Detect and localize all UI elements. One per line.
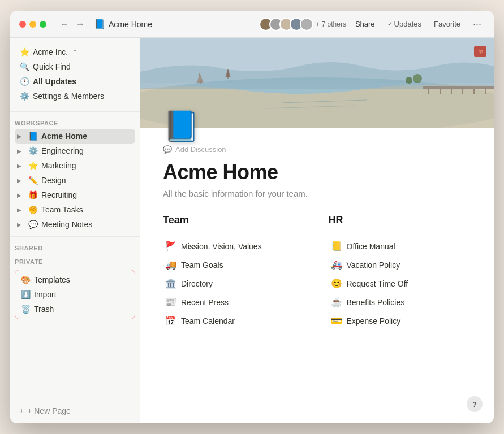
list-item-vacation-policy[interactable]: 🚑 Vacation Policy <box>329 255 472 274</box>
chevron-right-icon: ▶ <box>17 133 25 140</box>
sidebar-item-team-tasks[interactable]: ▶ ✊ Team Tasks <box>15 202 135 217</box>
truck-icon: 🚚 <box>165 259 176 270</box>
hr-section-title: HR <box>329 214 472 231</box>
recent-press-label: Recent Press <box>181 298 229 307</box>
sidebar-item-acme-home[interactable]: ▶ 📘 Acme Home <box>15 129 135 144</box>
sections-grid: Team 🚩 Mission, Vision, Values 🚚 Team Go… <box>163 214 471 330</box>
fist-icon: ✊ <box>28 205 38 214</box>
chevron-right-icon-6: ▶ <box>17 207 25 213</box>
flag-icon: 🚩 <box>165 241 176 251</box>
list-item-recent-press[interactable]: 📰 Recent Press <box>163 293 306 311</box>
marketing-label: Marketing <box>41 161 76 170</box>
sidebar-item-quick-find[interactable]: 🔍 Quick Find <box>15 59 135 74</box>
list-item-office-manual[interactable]: 📒 Office Manual <box>329 237 472 255</box>
forward-button[interactable]: → <box>74 18 87 31</box>
sidebar-item-acme-inc[interactable]: ⭐ Acme Inc. ⌃ <box>15 45 135 59</box>
sidebar-item-templates[interactable]: 🎨 Templates <box>18 272 132 287</box>
traffic-lights <box>19 21 46 28</box>
sidebar-item-all-updates[interactable]: 🕐 All Updates <box>15 74 135 89</box>
expense-policy-label: Expense Policy <box>347 316 401 326</box>
ledger-icon: 📒 <box>331 241 342 251</box>
favorite-button[interactable]: Favorite <box>430 18 464 31</box>
page-icon: 📘 <box>94 19 105 29</box>
team-calendar-label: Team Calendar <box>181 316 235 326</box>
design-label: Design <box>41 176 66 185</box>
chat-icon: 💬 <box>28 220 38 229</box>
collaborator-avatars: + 7 others <box>259 18 346 31</box>
hr-section: HR 📒 Office Manual 🚑 Vacation Policy <box>329 214 472 330</box>
card-icon: 💳 <box>331 315 342 326</box>
list-item-directory[interactable]: 🏛️ Directory <box>163 274 306 293</box>
sidebar-bottom: + + New Page <box>10 398 140 423</box>
chevron-right-icon-2: ▶ <box>17 148 25 154</box>
office-manual-label: Office Manual <box>347 242 395 251</box>
help-button[interactable]: ? <box>467 396 483 412</box>
sidebar-item-meeting-notes[interactable]: ▶ 💬 Meeting Notes <box>15 217 135 232</box>
gear-icon: ⚙️ <box>28 146 38 155</box>
building-icon: 🏛️ <box>165 278 176 289</box>
updates-button[interactable]: ✓ Updates <box>384 18 425 31</box>
list-item-team-goals[interactable]: 🚚 Team Goals <box>163 255 306 274</box>
vacation-policy-label: Vacation Policy <box>347 261 400 270</box>
book-icon: 📘 <box>28 132 38 141</box>
sidebar-item-marketing[interactable]: ▶ ⭐ Marketing <box>15 158 135 173</box>
book-emoji: 📘 <box>163 110 200 142</box>
add-discussion-button[interactable]: 💬 Add Discussion <box>163 145 471 154</box>
clock-icon: 🕐 <box>19 77 29 86</box>
acme-home-label: Acme Home <box>41 132 87 141</box>
sidebar-item-trash[interactable]: 🗑️ Trash <box>18 302 132 316</box>
page-title: Acme Home <box>163 160 471 184</box>
import-icon: ⬇️ <box>21 290 31 299</box>
page-subtitle: All the basic information for your team. <box>163 189 471 198</box>
request-time-off-label: Request Time Off <box>347 279 408 288</box>
templates-icon: 🎨 <box>21 275 31 284</box>
private-label: PRIVATE <box>10 254 140 267</box>
sidebar-item-settings[interactable]: ⚙️ Settings & Members <box>15 89 135 103</box>
import-label: Import <box>34 290 57 299</box>
team-tasks-label: Team Tasks <box>41 205 83 214</box>
sidebar-item-import[interactable]: ⬇️ Import <box>18 287 132 302</box>
calendar-icon: 📅 <box>165 315 176 326</box>
list-item-benefits[interactable]: ☕ Benefits Policies <box>329 293 472 311</box>
list-item-request-time-off[interactable]: 😊 Request Time Off <box>329 274 472 293</box>
list-item-mission[interactable]: 🚩 Mission, Vision, Values <box>163 237 306 255</box>
recruiting-label: Recruiting <box>41 190 77 199</box>
back-button[interactable]: ← <box>58 18 71 31</box>
minimize-button[interactable] <box>29 21 36 28</box>
newspaper-icon: 📰 <box>165 297 176 307</box>
plus-icon: + <box>19 406 24 415</box>
workspace-label: WORKSPACE <box>10 115 140 129</box>
close-button[interactable] <box>19 21 26 28</box>
sidebar: ⭐ Acme Inc. ⌃ 🔍 Quick Find 🕐 All Updates… <box>10 38 140 423</box>
sidebar-item-engineering[interactable]: ▶ ⚙️ Engineering <box>15 144 135 158</box>
share-button[interactable]: Share <box>352 18 378 31</box>
team-section-title: Team <box>163 214 306 231</box>
engineering-label: Engineering <box>41 146 84 155</box>
trash-icon: 🗑️ <box>21 305 31 314</box>
hr-items-list: 📒 Office Manual 🚑 Vacation Policy 😊 Requ… <box>329 237 472 330</box>
team-items-list: 🚩 Mission, Vision, Values 🚚 Team Goals 🏛… <box>163 237 306 330</box>
sidebar-divider-2 <box>10 236 140 237</box>
sidebar-item-recruiting[interactable]: ▶ 🎁 Recruiting <box>15 188 135 202</box>
pencil-icon: ✏️ <box>28 176 38 185</box>
list-item-team-calendar[interactable]: 📅 Team Calendar <box>163 311 306 330</box>
page-header: 📘 Acme Home <box>94 19 252 29</box>
maximize-button[interactable] <box>40 21 46 28</box>
app-window: ← → 📘 Acme Home + 7 others Share ✓ Updat… <box>10 11 494 423</box>
nav-arrows: ← → <box>58 18 87 31</box>
more-options-button[interactable]: ··· <box>469 17 485 31</box>
sidebar-quick-find-label: Quick Find <box>33 62 71 71</box>
settings-icon: ⚙️ <box>19 92 29 101</box>
new-page-label: + New Page <box>27 406 71 415</box>
meeting-notes-label: Meeting Notes <box>41 220 92 229</box>
svg-text:印: 印 <box>479 50 483 54</box>
new-page-button[interactable]: + + New Page <box>15 403 135 419</box>
chevron-right-icon-5: ▶ <box>17 192 25 198</box>
svg-point-17 <box>406 77 412 84</box>
private-highlight-box: 🎨 Templates ⬇️ Import 🗑️ Trash <box>15 270 135 319</box>
sidebar-acme-label: Acme Inc. <box>33 47 68 57</box>
sidebar-item-design[interactable]: ▶ ✏️ Design <box>15 173 135 188</box>
chevron-icon: ⌃ <box>72 49 77 56</box>
list-item-expense-policy[interactable]: 💳 Expense Policy <box>329 311 472 330</box>
chevron-right-icon-3: ▶ <box>17 163 25 169</box>
